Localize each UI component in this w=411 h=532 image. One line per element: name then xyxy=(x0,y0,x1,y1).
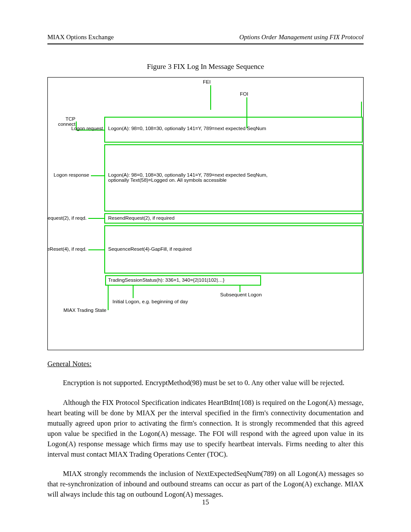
page-number: 15 xyxy=(0,498,411,506)
figure-title: Figure 3 FIX Log In Message Sequence xyxy=(0,62,411,71)
label-tcp-connect: TCP connect xyxy=(47,116,75,127)
logon-request-label: Logon request xyxy=(50,126,103,131)
seqreset-right-label: SequenceReset(4)-GapFill, if required xyxy=(108,246,192,252)
notes-p1: Encryption is not supported. EncryptMeth… xyxy=(47,378,364,388)
logon-request-text: Logon(A): 98=0, 108=30, optionally 141=Y… xyxy=(108,126,358,131)
page-header: MIAX Options Exchange Options Order Mana… xyxy=(0,0,411,41)
seqreset-left-label: SequenceReset(4), if reqd. xyxy=(47,246,87,252)
header-right: Options Order Management using FIX Proto… xyxy=(240,34,364,41)
resend-right-label: ResendRequest(2), if required xyxy=(108,215,174,221)
resend-left-label: ResendRequest(2), if reqd. xyxy=(47,215,87,221)
notes-body: Encryption is not supported. EncryptMeth… xyxy=(47,378,364,500)
label-fei: FEI xyxy=(203,79,211,84)
trading-state-label: MIAX Trading State xyxy=(50,308,106,313)
notes-p3: MIAX strongly recommends the inclusion o… xyxy=(47,469,364,500)
header-left: MIAX Options Exchange xyxy=(47,34,114,41)
logon-response-label: Logon response xyxy=(50,172,89,177)
legend-initial: Initial Logon, e.g. beginning of day xyxy=(112,299,188,304)
trading-state-text: TradingSessionStatus(h): 336=1, 340={2|1… xyxy=(108,277,224,283)
label-foi: FOI xyxy=(240,91,248,96)
header-divider xyxy=(47,44,364,44)
logon-response-text: Logon(A): 98=0, 108=30, optionally 141=Y… xyxy=(108,172,358,183)
notes-heading: General Notes: xyxy=(47,360,411,368)
legend-subsequent: Subsequent Logon xyxy=(220,292,262,297)
notes-p2: Although the FIX Protocol Specification … xyxy=(47,398,364,460)
figure-diagram: FEI FOI TCP connect Logon(A): 98=0, 108=… xyxy=(47,77,364,350)
